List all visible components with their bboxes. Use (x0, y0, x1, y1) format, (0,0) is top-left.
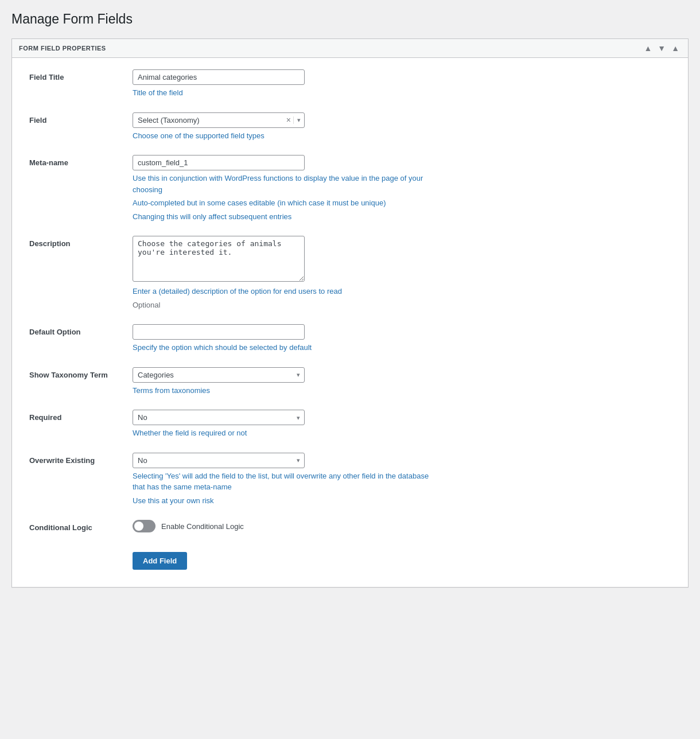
overwrite-field: No Yes ▾ Selecting 'Yes' will add the fi… (133, 453, 431, 507)
description-hint2: Optional (133, 300, 431, 311)
conditional-logic-toggle[interactable] (133, 520, 155, 532)
meta-name-row: Meta-name Use this in conjunction with W… (29, 155, 671, 222)
panel-controls: ▲ ▼ ▲ (642, 44, 681, 53)
required-select-wrapper: No Yes ▾ (133, 410, 305, 425)
meta-name-hint2: Auto-completed but in some cases editabl… (133, 197, 431, 209)
field-type-select[interactable]: Select (Taxonomy) Text Textarea Select C… (133, 113, 284, 127)
conditional-logic-row: Conditional Logic Enable Conditional Log… (29, 520, 671, 532)
field-title-hint: Title of the field (133, 87, 431, 99)
meta-name-hint3: Changing this will only affect subsequen… (133, 211, 431, 223)
taxonomy-term-field: Categories Tags Post Tags ▾ Terms from t… (133, 367, 431, 396)
conditional-logic-toggle-label: Enable Conditional Logic (161, 522, 244, 531)
field-type-field: Select (Taxonomy) Text Textarea Select C… (133, 112, 431, 142)
field-type-row: Field Select (Taxonomy) Text Textarea Se… (29, 112, 671, 142)
field-type-hint: Choose one of the supported field types (133, 130, 431, 142)
default-option-field: Specify the option which should be selec… (133, 324, 431, 353)
conditional-logic-field: Enable Conditional Logic (133, 520, 431, 532)
field-title-input[interactable] (133, 69, 305, 85)
panel-collapse-icon[interactable]: ▲ (670, 44, 681, 53)
required-hint: Whether the field is required or not (133, 427, 431, 439)
meta-name-label: Meta-name (29, 155, 133, 167)
overwrite-select-wrapper: No Yes ▾ (133, 453, 305, 468)
panel-header: FORM FIELD PROPERTIES ▲ ▼ ▲ (12, 39, 688, 58)
taxonomy-term-row: Show Taxonomy Term Categories Tags Post … (29, 367, 671, 396)
default-option-row: Default Option Specify the option which … (29, 324, 671, 353)
conditional-logic-label: Conditional Logic (29, 520, 133, 532)
form-panel: FORM FIELD PROPERTIES ▲ ▼ ▲ Field Title … (11, 38, 689, 588)
field-title-row: Field Title Title of the field (29, 69, 671, 99)
panel-down-icon[interactable]: ▼ (656, 44, 667, 53)
meta-name-hint1: Use this in conjunction with WordPress f… (133, 173, 431, 195)
required-field: No Yes ▾ Whether the field is required o… (133, 410, 431, 439)
panel-up-icon[interactable]: ▲ (642, 44, 654, 53)
overwrite-select[interactable]: No Yes (133, 453, 305, 468)
description-field: Enter a (detailed) description of the op… (133, 236, 431, 310)
add-field-button[interactable]: Add Field (133, 552, 187, 570)
default-option-label: Default Option (29, 324, 133, 336)
field-type-clear-icon[interactable]: × (284, 115, 293, 125)
conditional-logic-toggle-wrapper: Enable Conditional Logic (133, 520, 431, 532)
description-label: Description (29, 236, 133, 248)
description-textarea[interactable] (133, 236, 305, 282)
field-title-label: Field Title (29, 69, 133, 81)
overwrite-label: Overwrite Existing (29, 453, 133, 465)
toggle-slider (133, 520, 155, 532)
overwrite-hint2: Use this at your own risk (133, 495, 431, 507)
default-option-input[interactable] (133, 324, 305, 340)
field-type-select-wrapper: Select (Taxonomy) Text Textarea Select C… (133, 112, 305, 128)
field-type-label: Field (29, 112, 133, 125)
required-label: Required (29, 410, 133, 422)
taxonomy-term-label: Show Taxonomy Term (29, 367, 133, 379)
meta-name-input[interactable] (133, 155, 305, 170)
meta-name-field: Use this in conjunction with WordPress f… (133, 155, 431, 222)
required-row: Required No Yes ▾ Whether the field is r… (29, 410, 671, 439)
description-row: Description Enter a (detailed) descripti… (29, 236, 671, 310)
panel-header-title: FORM FIELD PROPERTIES (19, 45, 106, 52)
taxonomy-term-select[interactable]: Categories Tags Post Tags (133, 367, 305, 383)
overwrite-row: Overwrite Existing No Yes ▾ Selecting 'Y… (29, 453, 671, 507)
default-option-hint: Specify the option which should be selec… (133, 342, 431, 353)
required-select[interactable]: No Yes (133, 410, 305, 425)
page-title: Manage Form Fields (11, 11, 689, 27)
panel-body: Field Title Title of the field Field Sel… (12, 58, 688, 587)
overwrite-hint1: Selecting 'Yes' will add the field to th… (133, 470, 431, 493)
add-field-row: Add Field (29, 546, 671, 570)
taxonomy-term-select-wrapper: Categories Tags Post Tags ▾ (133, 367, 305, 383)
description-hint1: Enter a (detailed) description of the op… (133, 286, 431, 297)
taxonomy-term-hint: Terms from taxonomies (133, 385, 431, 396)
field-type-dropdown-icon: ▾ (293, 116, 304, 124)
field-title-field: Title of the field (133, 69, 431, 99)
